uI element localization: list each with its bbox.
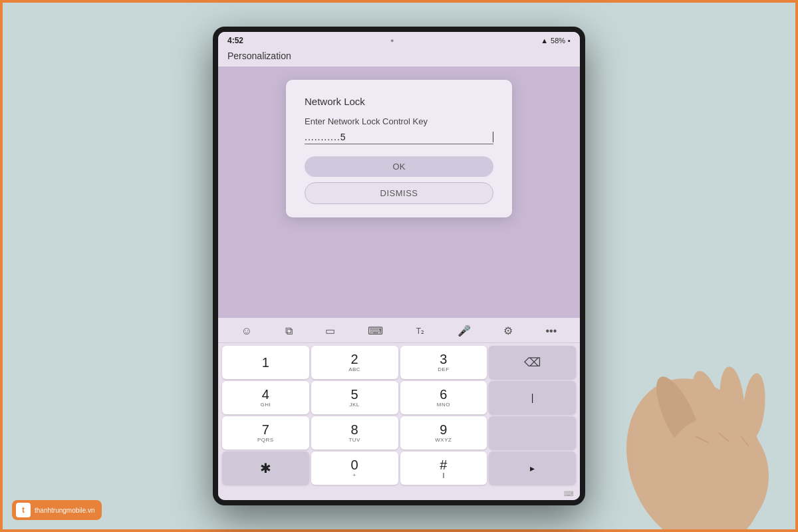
network-lock-dialog: Network Lock Enter Network Lock Control … — [286, 80, 512, 217]
top-bar-title: Personalization — [227, 51, 291, 61]
key-action-2[interactable] — [489, 416, 576, 450]
watermark-icon: t — [16, 503, 31, 517]
key-0[interactable]: 0 + — [311, 452, 398, 485]
key-4[interactable]: 4 GHI — [222, 381, 309, 414]
key-7[interactable]: 7 PQRS — [222, 416, 309, 450]
key-1[interactable]: 1 — [222, 346, 309, 379]
keyboard-hide-icon[interactable]: ⌨ — [564, 490, 573, 497]
dialog-label: Enter Network Lock Control Key — [305, 116, 493, 126]
key-action-1[interactable]: | — [489, 381, 576, 414]
key-star[interactable]: ✱ — [222, 452, 309, 485]
key-5[interactable]: 5 JKL — [311, 381, 398, 414]
backspace-icon: ⌫ — [524, 355, 541, 370]
key-hash[interactable]: # ‖ — [400, 452, 487, 485]
key-6[interactable]: 6 MNO — [400, 381, 487, 414]
key-backspace[interactable]: ⌫ — [489, 346, 576, 379]
keyboard-bottom-bar: ⌨ — [218, 489, 580, 500]
dialog-title: Network Lock — [305, 96, 493, 107]
key-2[interactable]: 2 ABC — [311, 346, 398, 379]
ok-button[interactable]: OK — [305, 156, 493, 177]
key-8[interactable]: 8 TUV — [311, 416, 398, 450]
outer-frame: 4:52 ● ▲ 58% ▪ Personalization Network L… — [0, 0, 798, 532]
key-9[interactable]: 9 WXYZ — [400, 416, 487, 450]
dismiss-button[interactable]: DISMISS — [305, 182, 493, 204]
top-bar: Personalization — [218, 48, 580, 66]
cursor — [493, 132, 493, 142]
keyboard-toolbar: ☺ ⧉ ▭ ⌨ T₂ 🎤 ⚙ ••• — [218, 318, 580, 343]
emoji-icon[interactable]: ☺ — [237, 324, 256, 338]
dialog-area: Network Lock Enter Network Lock Control … — [218, 66, 580, 318]
numpad: 1 2 ABC 3 DEF ⌫ — [218, 343, 580, 489]
battery-icon: ▪ — [568, 37, 571, 45]
keyboard-section: ☺ ⧉ ▭ ⌨ T₂ 🎤 ⚙ ••• 1 — [218, 318, 580, 500]
key-arrow[interactable]: ▸ — [489, 452, 576, 485]
tablet-device: 4:52 ● ▲ 58% ▪ Personalization Network L… — [213, 27, 585, 505]
watermark: t thanhtrungmobile.vn — [12, 500, 102, 520]
signal-icon: ▲ — [541, 37, 548, 45]
keyboard-icon[interactable]: ⌨ — [364, 323, 387, 338]
time-display: 4:52 — [227, 36, 243, 45]
key-3[interactable]: 3 DEF — [400, 346, 487, 379]
battery-display: 58% — [551, 37, 565, 45]
dialog-input-row[interactable]: ...........5 — [305, 132, 493, 144]
more-icon[interactable]: ••• — [541, 324, 561, 338]
screen: 4:52 ● ▲ 58% ▪ Personalization Network L… — [218, 32, 580, 500]
watermark-text: thanhtrungmobile.vn — [35, 507, 95, 514]
status-icon: ● — [390, 37, 394, 44]
text-icon[interactable]: T₂ — [412, 325, 428, 337]
settings-icon[interactable]: ⚙ — [499, 323, 517, 338]
status-right: ▲ 58% ▪ — [541, 37, 571, 45]
mic-icon[interactable]: 🎤 — [454, 323, 475, 338]
network-lock-input[interactable]: ...........5 — [305, 132, 493, 142]
image-icon[interactable]: ▭ — [321, 323, 339, 338]
clipboard-icon[interactable]: ⧉ — [281, 324, 297, 338]
status-bar: 4:52 ● ▲ 58% ▪ — [218, 32, 580, 48]
